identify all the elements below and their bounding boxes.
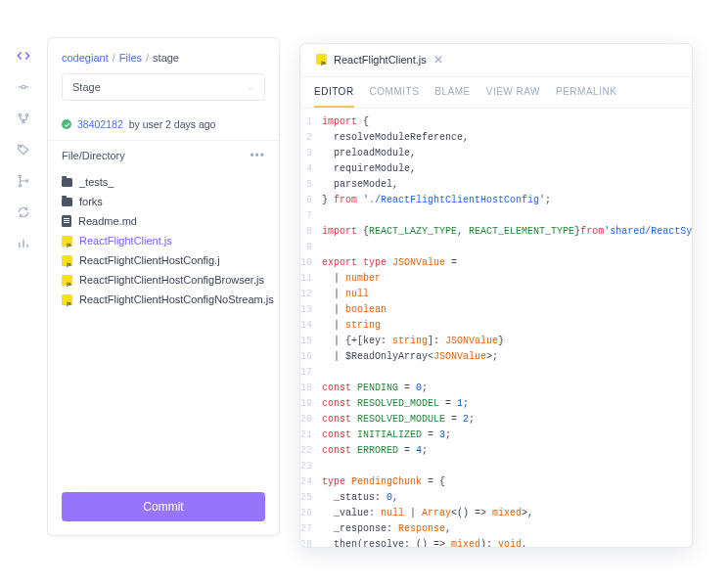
- svg-point-5: [23, 120, 25, 123]
- svg-point-8: [19, 185, 21, 187]
- tags-icon[interactable]: [17, 143, 30, 157]
- view-tab-commits[interactable]: COMMITS: [370, 77, 420, 108]
- tree-item-label: ReactFlightClientHostConfigBrowser.js: [79, 274, 264, 286]
- doc-icon: [62, 215, 71, 227]
- tree-item-label: ReactFlightClientHostConfig.j: [79, 254, 220, 266]
- sync-icon[interactable]: [17, 205, 30, 219]
- file-tabs: ReactFlightClient.js ✕: [300, 44, 692, 77]
- breadcrumb-link[interactable]: Files: [119, 52, 142, 64]
- stats-icon[interactable]: [17, 237, 30, 250]
- tree-item-label: _tests_: [79, 176, 114, 188]
- svg-point-9: [25, 180, 27, 182]
- commit-meta: by user 2 days ago: [129, 118, 216, 130]
- view-tab-permalink[interactable]: PERMALINK: [556, 77, 616, 108]
- file-section-header: File/Directory •••: [48, 140, 279, 170]
- merge-icon[interactable]: [17, 174, 30, 188]
- js-icon: [316, 54, 327, 65]
- status-success-icon: [62, 119, 71, 129]
- breadcrumb-sep: /: [113, 52, 115, 64]
- js-icon: [62, 255, 72, 266]
- breadcrumb-link[interactable]: codegiant: [62, 52, 109, 64]
- line-gutter: 1234567891011121314151617181920212223242…: [300, 114, 322, 547]
- code-editor[interactable]: 1234567891011121314151617181920212223242…: [300, 109, 692, 547]
- svg-point-0: [22, 85, 25, 89]
- file-tree: _tests_forksReadme.mdReactFlightClient.j…: [48, 170, 279, 311]
- svg-point-3: [19, 113, 22, 116]
- branch-select[interactable]: Stage ⌄: [62, 73, 265, 101]
- js-icon: [62, 275, 72, 286]
- commits-icon[interactable]: [17, 80, 30, 94]
- code-icon[interactable]: [17, 49, 30, 63]
- view-tab-editor[interactable]: EDITOR: [314, 77, 354, 108]
- branches-icon[interactable]: [17, 112, 30, 125]
- close-icon[interactable]: ✕: [433, 53, 443, 67]
- breadcrumb-sep: /: [146, 52, 149, 64]
- js-icon: [62, 236, 72, 247]
- view-tab-view-raw[interactable]: VIEW RAW: [486, 77, 540, 108]
- chevron-down-icon: ⌄: [247, 82, 254, 92]
- tree-item[interactable]: ReactFlightClientHostConfigBrowser.js: [48, 270, 279, 290]
- svg-point-4: [25, 113, 28, 116]
- commit-button[interactable]: Commit: [62, 492, 265, 521]
- tree-item-label: ReactFlightClientHostConfigNoStream.js: [79, 293, 274, 305]
- svg-point-7: [19, 175, 21, 177]
- file-tab[interactable]: ReactFlightClient.js ✕: [306, 44, 453, 76]
- folder-icon: [62, 178, 72, 187]
- js-icon: [62, 294, 72, 305]
- branch-select-value: Stage: [72, 81, 101, 93]
- folder-icon: [62, 198, 72, 206]
- breadcrumb: codegiant / Files / stage: [48, 38, 279, 73]
- editor-panel: ReactFlightClient.js ✕ EDITORCOMMITSBLAM…: [299, 43, 693, 548]
- latest-commit: 38402182 by user 2 days ago: [48, 112, 279, 140]
- file-section-title: File/Directory: [62, 150, 125, 161]
- commit-hash-link[interactable]: 38402182: [77, 118, 123, 130]
- file-browser-panel: codegiant / Files / stage Stage ⌄ 384021…: [47, 37, 280, 536]
- view-tabs: EDITORCOMMITSBLAMEVIEW RAWPERMALINK: [300, 77, 692, 109]
- tree-item[interactable]: forks: [48, 192, 279, 211]
- breadcrumb-current: stage: [153, 52, 179, 64]
- tree-item-label: Readme.md: [78, 215, 137, 227]
- tree-item[interactable]: ReactFlightClientHostConfig.j: [48, 250, 279, 270]
- svg-point-6: [20, 146, 21, 147]
- view-tab-blame[interactable]: BLAME: [434, 77, 470, 108]
- code-content[interactable]: import { resolveModuleReference, preload…: [322, 114, 692, 547]
- tree-item[interactable]: ReactFlightClient.js: [48, 231, 279, 250]
- more-icon[interactable]: •••: [250, 149, 265, 162]
- tree-item-label: ReactFlightClient.js: [79, 235, 172, 247]
- tree-item[interactable]: _tests_: [48, 172, 279, 192]
- file-tab-label: ReactFlightClient.js: [334, 54, 427, 66]
- nav-rail: [8, 43, 39, 256]
- tree-item[interactable]: Readme.md: [48, 211, 279, 231]
- tree-item[interactable]: ReactFlightClientHostConfigNoStream.js: [48, 290, 279, 309]
- tree-item-label: forks: [79, 196, 103, 207]
